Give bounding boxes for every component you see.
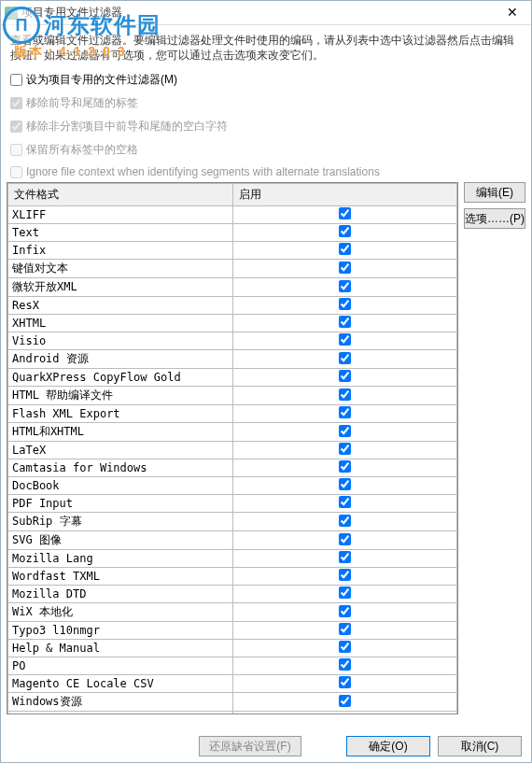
table-row[interactable]: PO bbox=[8, 657, 457, 675]
table-row[interactable]: 微软开放XML bbox=[8, 278, 457, 297]
format-cell: Help & Manual bbox=[8, 640, 233, 657]
table-row[interactable]: 键值对文本 bbox=[8, 260, 457, 278]
restore-defaults-button[interactable]: 还原缺省设置(F) bbox=[199, 736, 301, 756]
checkbox-preserve-spaces-label: 保留所有标签中的空格 bbox=[26, 142, 138, 158]
format-cell: XLIFF bbox=[8, 206, 233, 224]
table-row[interactable]: Mozilla Lang bbox=[8, 550, 457, 568]
table-row[interactable]: LaTeX bbox=[8, 442, 457, 459]
enable-checkbox[interactable] bbox=[339, 443, 351, 455]
enable-checkbox[interactable] bbox=[339, 298, 351, 310]
format-cell: HTML和XHTML bbox=[8, 423, 233, 442]
table-row[interactable]: ResX bbox=[8, 297, 457, 315]
checkbox-project-specific[interactable] bbox=[10, 74, 22, 86]
enable-checkbox[interactable] bbox=[339, 641, 351, 653]
format-cell: Wordfast TXML bbox=[8, 568, 233, 586]
table-row[interactable]: Java(TM) 资源文件 bbox=[8, 712, 457, 715]
cancel-button[interactable]: 取消(C) bbox=[438, 736, 522, 756]
enable-checkbox[interactable] bbox=[339, 370, 351, 382]
enable-checkbox[interactable] bbox=[339, 714, 351, 715]
enable-cell bbox=[232, 657, 457, 675]
enable-checkbox[interactable] bbox=[339, 460, 351, 473]
header-enable[interactable]: 启用 bbox=[232, 184, 457, 206]
enable-checkbox[interactable] bbox=[339, 406, 351, 418]
checkbox-preserve-spaces-row: 保留所有标签中的空格 bbox=[1, 138, 531, 162]
format-cell: Camtasia for Windows bbox=[8, 459, 233, 477]
enable-cell bbox=[232, 260, 457, 278]
checkbox-remove-whitespace-label: 移除非分割项目中前导和尾随的空白字符 bbox=[26, 119, 228, 134]
table-row[interactable]: Typo3 l10nmgr bbox=[8, 622, 457, 640]
edit-button[interactable]: 编辑(E) bbox=[464, 182, 525, 203]
checkbox-ignore-context bbox=[10, 166, 22, 178]
checkbox-ignore-context-label: Ignore file context when identifying seg… bbox=[26, 165, 380, 178]
format-cell: 键值对文本 bbox=[8, 260, 233, 278]
table-row[interactable]: Visio bbox=[8, 332, 457, 350]
enable-checkbox[interactable] bbox=[339, 261, 351, 274]
table-row[interactable]: Android 资源 bbox=[8, 350, 457, 369]
enable-checkbox[interactable] bbox=[339, 605, 351, 617]
checkbox-remove-lead-trail-label: 移除前导和尾随的标签 bbox=[26, 95, 138, 111]
enable-cell bbox=[232, 513, 457, 531]
enable-checkbox[interactable] bbox=[339, 316, 351, 328]
table-row[interactable]: WiX 本地化 bbox=[8, 603, 457, 622]
header-format[interactable]: 文件格式 bbox=[8, 184, 233, 206]
format-cell: Mozilla Lang bbox=[8, 550, 233, 568]
format-cell: SubRip 字幕 bbox=[8, 513, 233, 531]
table-row[interactable]: Flash XML Export bbox=[8, 405, 457, 423]
enable-checkbox[interactable] bbox=[339, 533, 351, 545]
format-cell: DocBook bbox=[8, 477, 233, 495]
enable-checkbox[interactable] bbox=[339, 389, 351, 401]
table-row[interactable]: DocBook bbox=[8, 477, 457, 495]
enable-checkbox[interactable] bbox=[339, 623, 351, 635]
enable-cell bbox=[232, 405, 457, 423]
format-cell: HTML 帮助编译文件 bbox=[8, 387, 233, 405]
enable-checkbox[interactable] bbox=[339, 551, 351, 563]
enable-checkbox[interactable] bbox=[339, 243, 351, 255]
format-cell: Infix bbox=[8, 242, 233, 260]
table-row[interactable]: Text bbox=[8, 224, 457, 242]
table-row[interactable]: XHTML bbox=[8, 315, 457, 332]
table-row[interactable]: Wordfast TXML bbox=[8, 568, 457, 586]
table-row[interactable]: HTML和XHTML bbox=[8, 423, 457, 442]
enable-checkbox[interactable] bbox=[339, 586, 351, 599]
enable-checkbox[interactable] bbox=[339, 496, 351, 508]
enable-checkbox[interactable] bbox=[339, 658, 351, 671]
enable-checkbox[interactable] bbox=[339, 225, 351, 237]
table-row[interactable]: SVG 图像 bbox=[8, 531, 457, 550]
table-row[interactable]: Mozilla DTD bbox=[8, 586, 457, 603]
enable-checkbox[interactable] bbox=[339, 695, 351, 707]
table-row[interactable]: Help & Manual bbox=[8, 640, 457, 657]
checkbox-remove-lead-trail bbox=[10, 97, 22, 109]
enable-cell bbox=[232, 442, 457, 459]
enable-checkbox[interactable] bbox=[339, 478, 351, 490]
enable-checkbox[interactable] bbox=[339, 425, 351, 437]
table-row[interactable]: PDF Input bbox=[8, 495, 457, 513]
table-row[interactable]: QuarkXPress CopyFlow Gold bbox=[8, 369, 457, 387]
table-row[interactable]: Magento CE Locale CSV bbox=[8, 675, 457, 693]
format-cell: Visio bbox=[8, 332, 233, 350]
enable-checkbox[interactable] bbox=[339, 515, 351, 527]
format-cell: WiX 本地化 bbox=[8, 603, 233, 622]
table-row[interactable]: HTML 帮助编译文件 bbox=[8, 387, 457, 405]
enable-checkbox[interactable] bbox=[339, 676, 351, 688]
table-row[interactable]: SubRip 字幕 bbox=[8, 513, 457, 531]
format-cell: Java(TM) 资源文件 bbox=[8, 712, 233, 715]
enable-cell bbox=[232, 586, 457, 603]
enable-checkbox[interactable] bbox=[339, 352, 351, 364]
table-row[interactable]: Camtasia for Windows bbox=[8, 459, 457, 477]
enable-cell bbox=[232, 315, 457, 332]
enable-cell bbox=[232, 603, 457, 622]
format-cell: XHTML bbox=[8, 315, 233, 332]
enable-checkbox[interactable] bbox=[339, 207, 351, 219]
table-row[interactable]: Infix bbox=[8, 242, 457, 260]
close-button[interactable]: ✕ bbox=[497, 4, 527, 22]
enable-checkbox[interactable] bbox=[339, 333, 351, 346]
table-row[interactable]: Windows资源 bbox=[8, 693, 457, 712]
enable-checkbox[interactable] bbox=[339, 280, 351, 292]
checkbox-remove-whitespace bbox=[10, 120, 22, 133]
options-button[interactable]: 选项……(P) bbox=[464, 208, 525, 229]
format-cell: Mozilla DTD bbox=[8, 586, 233, 603]
enable-checkbox[interactable] bbox=[339, 569, 351, 581]
ok-button[interactable]: 确定(O) bbox=[346, 736, 430, 756]
table-row[interactable]: XLIFF bbox=[8, 206, 457, 224]
filter-table-container: 文件格式 启用 XLIFFTextInfix键值对文本微软开放XMLResXXH… bbox=[7, 182, 458, 714]
